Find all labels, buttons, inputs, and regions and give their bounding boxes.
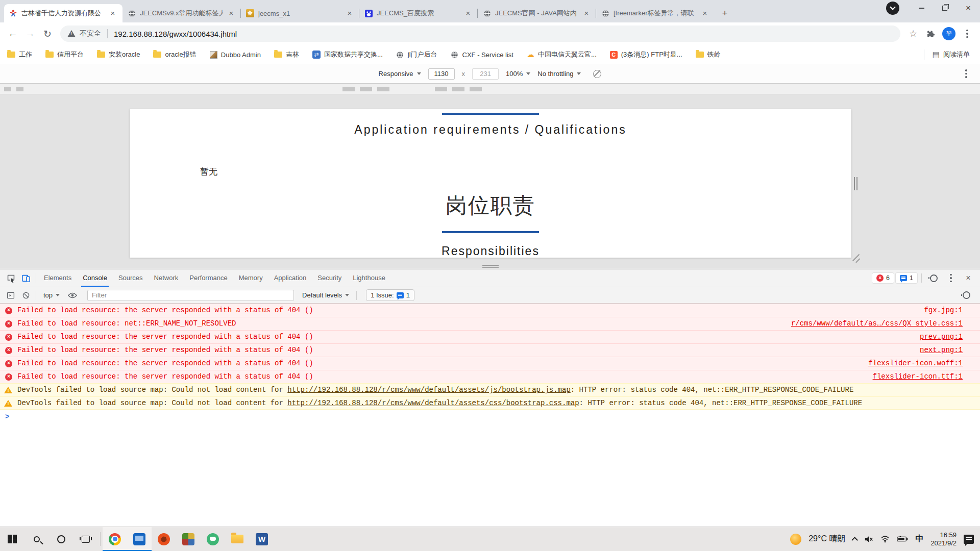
taskbar-sunflower-button[interactable] <box>152 527 176 551</box>
rotate-viewport-icon[interactable] <box>593 70 601 78</box>
reading-list-button[interactable]: ▤ 阅读清单 <box>933 50 970 59</box>
window-restore-button[interactable] <box>933 0 957 16</box>
address-bar[interactable]: 不安全 192.168.88.128/gwxx/1006434.jhtml <box>60 26 900 42</box>
tab-search-icon[interactable] <box>886 2 899 15</box>
tab-close-icon[interactable]: × <box>345 9 354 18</box>
url-text[interactable]: 192.168.88.128/gwxx/1006434.jhtml <box>114 30 237 38</box>
bookmark-item[interactable]: ☁ 中国电信天翼云官... <box>527 50 597 59</box>
bookmark-item[interactable]: ⇄ 国家数据共享交换... <box>312 50 383 59</box>
console-error-badge[interactable]: × 6 <box>872 273 894 283</box>
start-button[interactable] <box>0 527 24 551</box>
new-tab-button[interactable]: + <box>718 6 732 20</box>
console-message-row[interactable]: × Failed to load resource: the server re… <box>0 304 980 317</box>
device-toolbar-menu-icon[interactable] <box>958 65 975 83</box>
devtools-tab[interactable]: Elements <box>38 269 77 287</box>
throttling-select[interactable]: No throttling <box>537 70 581 78</box>
taskbar-file-explorer-button[interactable] <box>225 527 250 551</box>
clear-console-icon[interactable] <box>18 289 34 302</box>
viewport-resize-handle[interactable] <box>482 263 499 268</box>
console-source-link[interactable]: flexslider-icon.ttf:1 <box>863 372 963 381</box>
devtools-menu-icon[interactable] <box>943 271 959 285</box>
console-message-url-link[interactable]: http://192.168.88.128/r/cms/www/default/… <box>287 399 579 407</box>
bookmark-item[interactable]: 安装oracle <box>97 50 140 59</box>
taskbar-word-button[interactable]: W <box>250 527 274 551</box>
tab-close-icon[interactable]: × <box>463 9 473 18</box>
device-type-select[interactable]: Responsive <box>379 70 421 78</box>
bookmark-item[interactable]: 工作 <box>7 50 32 59</box>
console-source-link[interactable]: next.png:1 <box>910 346 963 354</box>
viewport-scrollbar-thumb[interactable] <box>854 177 857 190</box>
weather-widget[interactable]: 29°C 晴朗 <box>808 534 845 544</box>
console-message-row[interactable]: × Failed to load resource: the server re… <box>0 330 980 343</box>
devtools-tab[interactable]: Memory <box>233 269 268 287</box>
devtools-close-icon[interactable]: × <box>961 271 976 285</box>
devtools-tab[interactable]: Network <box>149 269 184 287</box>
taskbar-tools-button[interactable] <box>176 527 201 551</box>
devtools-settings-gear-icon[interactable] <box>926 271 941 285</box>
console-message-row[interactable]: × Failed to load resource: the server re… <box>0 357 980 370</box>
viewport-height-input[interactable] <box>472 68 499 80</box>
bookmark-item[interactable]: C (3条消息) FTP时显... <box>610 50 682 59</box>
taskbar-clock[interactable]: 16:59 2021/9/2 <box>930 531 957 547</box>
extensions-puzzle-icon[interactable] <box>922 25 939 42</box>
issues-badge[interactable]: 1 <box>896 273 917 283</box>
profile-avatar[interactable]: 堃 <box>942 27 955 40</box>
console-prompt[interactable]: > <box>0 410 980 423</box>
browser-tab[interactable]: JEECMS官网 - JAVA网站内 × <box>478 4 596 22</box>
console-message-row[interactable]: DevTools failed to load source map: Coul… <box>0 383 980 396</box>
taskbar-chrome-button[interactable] <box>103 527 127 551</box>
console-message-row[interactable]: DevTools failed to load source map: Coul… <box>0 396 980 410</box>
forward-button[interactable]: → <box>21 25 39 42</box>
console-source-link[interactable]: flexslider-icon.woff:1 <box>858 359 963 367</box>
console-message-row[interactable]: × Failed to load resource: the server re… <box>0 370 980 383</box>
devtools-tab[interactable]: Performance <box>184 269 233 287</box>
javascript-context-select[interactable]: top <box>43 291 60 299</box>
console-source-link[interactable]: fgx.jpg:1 <box>914 306 963 314</box>
bookmark-item[interactable]: jl门户后台 <box>396 50 437 59</box>
weather-sun-icon[interactable] <box>790 534 801 545</box>
console-filter-input[interactable] <box>87 290 294 301</box>
window-close-button[interactable]: × <box>957 0 980 16</box>
battery-icon[interactable] <box>897 536 908 542</box>
taskbar-remote-app-button[interactable] <box>127 527 152 551</box>
tab-close-icon[interactable]: × <box>227 9 236 18</box>
zoom-select[interactable]: 100% <box>506 70 530 78</box>
console-message-row[interactable]: × Failed to load resource: the server re… <box>0 343 980 357</box>
browser-tab[interactable]: [freemarker标签异常，请联 × <box>596 4 715 22</box>
bookmark-item[interactable]: CXF - Service list <box>451 51 513 59</box>
bookmark-item[interactable]: oracle报错 <box>153 50 196 59</box>
cortana-button[interactable] <box>49 527 74 551</box>
window-minimize-button[interactable] <box>910 0 933 16</box>
console-source-link[interactable]: prev.png:1 <box>910 333 963 341</box>
log-levels-select[interactable]: Default levels <box>302 291 349 299</box>
console-settings-gear-icon[interactable] <box>959 289 974 302</box>
browser-tab[interactable]: JEECMS_百度搜索 × <box>359 4 478 22</box>
tab-close-icon[interactable]: × <box>108 9 117 18</box>
reload-button[interactable]: ↻ <box>39 25 56 42</box>
bookmark-item[interactable]: Dubbo Admin <box>210 51 261 59</box>
devtools-tab[interactable]: Lighthouse <box>347 269 391 287</box>
devtools-tab[interactable]: Security <box>312 269 347 287</box>
tab-close-icon[interactable]: × <box>700 9 709 18</box>
live-expression-eye-icon[interactable] <box>65 289 80 302</box>
web-page-viewport[interactable]: Application requirements / Qualification… <box>130 109 851 258</box>
bookmark-item[interactable]: 信用平台 <box>45 50 84 59</box>
taskbar-search-button[interactable] <box>24 527 49 551</box>
bookmark-item[interactable]: 铁岭 <box>696 50 721 59</box>
wifi-icon[interactable] <box>880 535 890 543</box>
security-label[interactable]: 不安全 <box>80 29 101 38</box>
speaker-muted-icon[interactable] <box>864 535 873 543</box>
devtools-tab[interactable]: Console <box>77 269 113 287</box>
inspect-element-icon[interactable] <box>3 271 18 285</box>
console-sidebar-icon[interactable] <box>3 289 18 302</box>
browser-tab[interactable]: 金 jeecms_x1 × <box>241 4 359 22</box>
bookmark-item[interactable]: 吉林 <box>274 50 299 59</box>
issues-counter-chip[interactable]: 1 Issue: 1 <box>366 289 414 301</box>
console-message-row[interactable]: × Failed to load resource: net::ERR_NAME… <box>0 317 980 330</box>
viewport-corner-resize-handle[interactable] <box>851 255 861 262</box>
devtools-tab[interactable]: Application <box>268 269 312 287</box>
back-button[interactable]: ← <box>4 25 21 42</box>
devtools-tab[interactable]: Sources <box>113 269 149 287</box>
tab-close-icon[interactable]: × <box>582 9 591 18</box>
browser-tab[interactable]: 吉林省千信人力资源有限公 × <box>4 4 122 22</box>
